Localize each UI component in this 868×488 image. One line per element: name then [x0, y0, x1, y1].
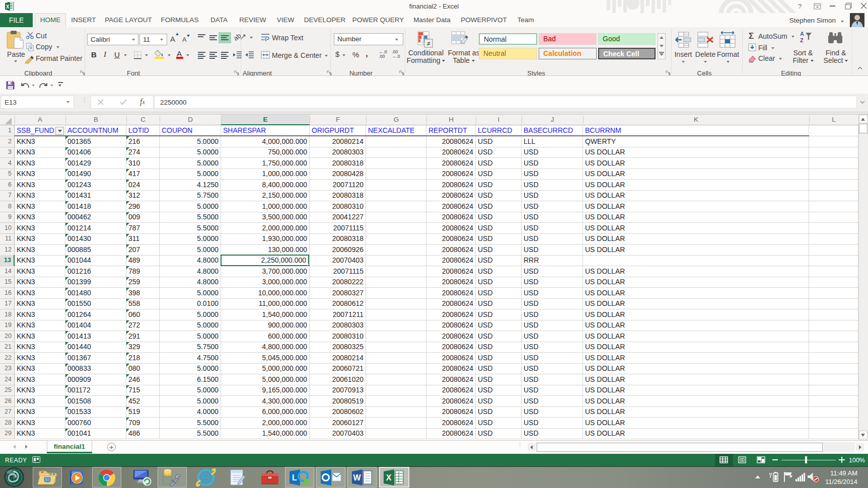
svg-text:Z: Z [800, 37, 804, 43]
svg-text:L: L [292, 473, 297, 482]
svg-text:A: A [800, 31, 804, 37]
svg-text:X: X [386, 473, 392, 482]
svg-text:X: X [6, 4, 10, 10]
svg-text:W: W [353, 473, 361, 482]
svg-text:≠: ≠ [426, 40, 430, 47]
